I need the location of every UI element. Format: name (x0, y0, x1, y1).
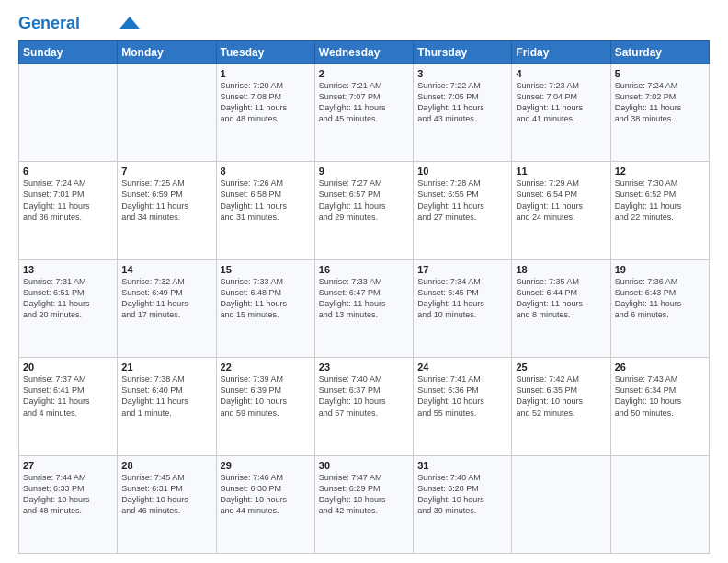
day-info: Sunrise: 7:45 AM Sunset: 6:31 PM Dayligh… (121, 472, 211, 517)
day-cell: 13Sunrise: 7:31 AM Sunset: 6:51 PM Dayli… (19, 259, 118, 357)
col-header-saturday: Saturday (610, 40, 709, 63)
day-info: Sunrise: 7:38 AM Sunset: 6:40 PM Dayligh… (121, 373, 211, 419)
day-info: Sunrise: 7:28 AM Sunset: 6:55 PM Dayligh… (417, 178, 507, 223)
day-number: 7 (121, 166, 211, 177)
day-number: 21 (121, 362, 211, 373)
col-header-sunday: Sunday (19, 40, 118, 63)
day-number: 2 (319, 68, 409, 79)
col-header-friday: Friday (512, 40, 610, 63)
day-cell: 26Sunrise: 7:43 AM Sunset: 6:34 PM Dayli… (610, 358, 709, 455)
day-cell: 10Sunrise: 7:28 AM Sunset: 6:55 PM Dayli… (414, 162, 512, 259)
day-number: 24 (417, 362, 507, 373)
day-number: 9 (319, 166, 409, 177)
day-info: Sunrise: 7:46 AM Sunset: 6:30 PM Dayligh… (221, 472, 311, 517)
day-cell: 28Sunrise: 7:45 AM Sunset: 6:31 PM Dayli… (118, 455, 216, 553)
col-header-wednesday: Wednesday (314, 40, 413, 63)
day-info: Sunrise: 7:41 AM Sunset: 6:36 PM Dayligh… (417, 373, 507, 419)
day-info: Sunrise: 7:33 AM Sunset: 6:48 PM Dayligh… (221, 276, 311, 321)
day-info: Sunrise: 7:24 AM Sunset: 7:02 PM Dayligh… (615, 80, 705, 125)
day-cell: 21Sunrise: 7:38 AM Sunset: 6:40 PM Dayli… (118, 358, 216, 455)
day-number: 18 (516, 264, 606, 275)
day-number: 5 (615, 68, 705, 79)
day-info: Sunrise: 7:25 AM Sunset: 6:59 PM Dayligh… (121, 178, 211, 223)
day-info: Sunrise: 7:44 AM Sunset: 6:33 PM Dayligh… (23, 472, 113, 517)
day-number: 20 (23, 362, 113, 373)
day-number: 16 (319, 264, 409, 275)
week-row-1: 1Sunrise: 7:20 AM Sunset: 7:08 PM Daylig… (19, 63, 710, 161)
day-cell: 20Sunrise: 7:37 AM Sunset: 6:41 PM Dayli… (19, 358, 118, 455)
week-row-5: 27Sunrise: 7:44 AM Sunset: 6:33 PM Dayli… (19, 455, 710, 553)
day-info: Sunrise: 7:27 AM Sunset: 6:57 PM Dayligh… (319, 178, 409, 223)
calendar-page: General SundayMondayTuesdayWednesdayThur… (0, 0, 728, 563)
day-cell: 18Sunrise: 7:35 AM Sunset: 6:44 PM Dayli… (512, 259, 610, 357)
day-number: 3 (417, 68, 507, 79)
day-info: Sunrise: 7:32 AM Sunset: 6:49 PM Dayligh… (121, 276, 211, 321)
logo-icon (119, 17, 141, 29)
day-number: 8 (221, 166, 311, 177)
day-cell: 3Sunrise: 7:22 AM Sunset: 7:05 PM Daylig… (414, 63, 512, 161)
day-cell: 17Sunrise: 7:34 AM Sunset: 6:45 PM Dayli… (414, 259, 512, 357)
day-info: Sunrise: 7:40 AM Sunset: 6:37 PM Dayligh… (319, 373, 409, 419)
day-cell: 29Sunrise: 7:46 AM Sunset: 6:30 PM Dayli… (216, 455, 314, 553)
day-cell: 16Sunrise: 7:33 AM Sunset: 6:47 PM Dayli… (314, 259, 413, 357)
day-number: 1 (221, 68, 311, 79)
day-number: 13 (23, 264, 113, 275)
day-number: 6 (23, 166, 113, 177)
day-cell: 1Sunrise: 7:20 AM Sunset: 7:08 PM Daylig… (216, 63, 314, 161)
day-cell (610, 455, 709, 553)
day-info: Sunrise: 7:35 AM Sunset: 6:44 PM Dayligh… (516, 276, 606, 321)
day-number: 15 (221, 264, 311, 275)
day-number: 25 (516, 362, 606, 373)
logo-text: General (18, 15, 80, 33)
week-row-2: 6Sunrise: 7:24 AM Sunset: 7:01 PM Daylig… (19, 162, 710, 259)
day-cell: 9Sunrise: 7:27 AM Sunset: 6:57 PM Daylig… (314, 162, 413, 259)
day-info: Sunrise: 7:43 AM Sunset: 6:34 PM Dayligh… (615, 373, 705, 419)
day-cell (512, 455, 610, 553)
day-info: Sunrise: 7:26 AM Sunset: 6:58 PM Dayligh… (221, 178, 311, 223)
day-number: 10 (417, 166, 507, 177)
day-number: 11 (516, 166, 606, 177)
day-cell: 6Sunrise: 7:24 AM Sunset: 7:01 PM Daylig… (19, 162, 118, 259)
day-info: Sunrise: 7:20 AM Sunset: 7:08 PM Dayligh… (221, 80, 311, 125)
day-info: Sunrise: 7:36 AM Sunset: 6:43 PM Dayligh… (615, 276, 705, 321)
day-number: 30 (319, 460, 409, 471)
col-header-monday: Monday (118, 40, 216, 63)
calendar-table: SundayMondayTuesdayWednesdayThursdayFrid… (18, 40, 710, 554)
day-number: 19 (615, 264, 705, 275)
day-number: 22 (221, 362, 311, 373)
day-number: 4 (516, 68, 606, 79)
day-cell: 31Sunrise: 7:48 AM Sunset: 6:28 PM Dayli… (414, 455, 512, 553)
day-cell: 2Sunrise: 7:21 AM Sunset: 7:07 PM Daylig… (314, 63, 413, 161)
day-info: Sunrise: 7:47 AM Sunset: 6:29 PM Dayligh… (319, 472, 409, 517)
day-cell: 11Sunrise: 7:29 AM Sunset: 6:54 PM Dayli… (512, 162, 610, 259)
day-info: Sunrise: 7:42 AM Sunset: 6:35 PM Dayligh… (516, 373, 606, 419)
day-cell: 24Sunrise: 7:41 AM Sunset: 6:36 PM Dayli… (414, 358, 512, 455)
day-info: Sunrise: 7:29 AM Sunset: 6:54 PM Dayligh… (516, 178, 606, 223)
day-cell: 23Sunrise: 7:40 AM Sunset: 6:37 PM Dayli… (314, 358, 413, 455)
day-info: Sunrise: 7:22 AM Sunset: 7:05 PM Dayligh… (417, 80, 507, 125)
day-cell (118, 63, 216, 161)
col-header-tuesday: Tuesday (216, 40, 314, 63)
day-info: Sunrise: 7:34 AM Sunset: 6:45 PM Dayligh… (417, 276, 507, 321)
day-info: Sunrise: 7:30 AM Sunset: 6:52 PM Dayligh… (615, 178, 705, 223)
day-cell: 8Sunrise: 7:26 AM Sunset: 6:58 PM Daylig… (216, 162, 314, 259)
day-info: Sunrise: 7:39 AM Sunset: 6:39 PM Dayligh… (221, 373, 311, 419)
day-info: Sunrise: 7:31 AM Sunset: 6:51 PM Dayligh… (23, 276, 113, 321)
day-cell: 15Sunrise: 7:33 AM Sunset: 6:48 PM Dayli… (216, 259, 314, 357)
day-cell: 7Sunrise: 7:25 AM Sunset: 6:59 PM Daylig… (118, 162, 216, 259)
day-cell: 4Sunrise: 7:23 AM Sunset: 7:04 PM Daylig… (512, 63, 610, 161)
day-number: 26 (615, 362, 705, 373)
week-row-3: 13Sunrise: 7:31 AM Sunset: 6:51 PM Dayli… (19, 259, 710, 357)
day-cell: 12Sunrise: 7:30 AM Sunset: 6:52 PM Dayli… (610, 162, 709, 259)
day-cell: 27Sunrise: 7:44 AM Sunset: 6:33 PM Dayli… (19, 455, 118, 553)
day-info: Sunrise: 7:23 AM Sunset: 7:04 PM Dayligh… (516, 80, 606, 125)
header-row: SundayMondayTuesdayWednesdayThursdayFrid… (19, 40, 710, 63)
svg-marker-0 (119, 17, 140, 29)
day-cell: 22Sunrise: 7:39 AM Sunset: 6:39 PM Dayli… (216, 358, 314, 455)
day-info: Sunrise: 7:48 AM Sunset: 6:28 PM Dayligh… (417, 472, 507, 517)
day-cell: 30Sunrise: 7:47 AM Sunset: 6:29 PM Dayli… (314, 455, 413, 553)
day-number: 27 (23, 460, 113, 471)
week-row-4: 20Sunrise: 7:37 AM Sunset: 6:41 PM Dayli… (19, 358, 710, 455)
day-cell: 5Sunrise: 7:24 AM Sunset: 7:02 PM Daylig… (610, 63, 709, 161)
day-info: Sunrise: 7:24 AM Sunset: 7:01 PM Dayligh… (23, 178, 113, 223)
